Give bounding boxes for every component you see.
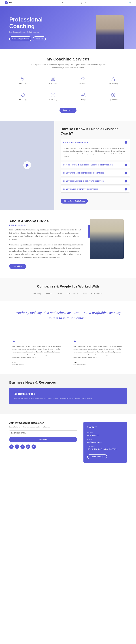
hero-title: Professional Coaching (9, 16, 96, 30)
youtube-icon[interactable]: ▶ (32, 444, 36, 449)
testimonial-cards: ❝ Lorem ipsum dolor sit amet, consectetu… (0, 336, 136, 374)
linkedin-icon[interactable]: in (20, 444, 25, 449)
service-planning: Planning (40, 74, 66, 87)
testimonial-card-0-text: Lorem ipsum dolor sit amet, consectetur … (12, 345, 62, 359)
contact-phone-value: (123) 456-7890 (87, 434, 123, 436)
play-button[interactable] (23, 161, 31, 169)
company-logo-1: ISSUU (46, 292, 52, 295)
news-no-results-heading: No Results Found (14, 392, 122, 396)
hero-section: Professional Coaching For Business Owner… (0, 6, 136, 49)
contact-email-label: Email (87, 439, 123, 440)
newsletter-section: Join My Coaching Newsletter Subscribe fo… (9, 422, 84, 463)
faq-toggle-3[interactable]: + (124, 172, 127, 174)
about-learn-more-button[interactable]: Learn More (9, 264, 26, 269)
svg-point-15 (82, 93, 83, 95)
google-plus-icon[interactable]: g+ (26, 444, 30, 449)
svg-rect-3 (54, 77, 55, 80)
know-heading: How Do I Know If I Need a Business Coach… (60, 127, 130, 136)
testimonial-card-0-title: CEO, Divi Corner (12, 363, 62, 365)
subscribe-button[interactable]: Subscribe (9, 437, 77, 442)
service-branding: Branding (9, 90, 36, 103)
know-image (0, 121, 54, 210)
service-label-visioning: Visioning (19, 82, 26, 84)
twitter-icon[interactable]: t (15, 444, 19, 449)
faq-toggle-4[interactable]: + (124, 180, 127, 182)
company-logo-2: GRËB (56, 292, 62, 295)
service-label-planning: Planning (49, 82, 56, 84)
svg-rect-1 (51, 79, 52, 80)
nav-link-home2[interactable]: Home (69, 2, 73, 4)
about-image (90, 219, 127, 269)
still-not-sure-button[interactable]: Still Not Sure? Get In Touch (60, 198, 88, 204)
service-label-hiring: Hiring (81, 98, 86, 101)
faq-header-1[interactable]: WHAT IS BUSINESS COACHING? − (61, 139, 130, 146)
service-label-operations: Operations (109, 98, 118, 101)
about-text: About Anthony Briggs BUSINESS COACH Proi… (9, 219, 84, 269)
faq-item-4: DO YOU OFFER ONGOING CONSULTING SERVICES… (60, 178, 130, 184)
logo[interactable]: d divi (5, 1, 12, 4)
service-hiring: Hiring (70, 90, 96, 103)
faq-toggle-5[interactable]: + (124, 188, 127, 190)
newsletter-description: Subscribe for news & resources about sca… (9, 426, 77, 428)
contact-phone: Phone (123) 456-7890 (87, 432, 123, 436)
service-label-networking: Networking (108, 82, 118, 84)
nav-link-uncategorized[interactable]: Uncategorized (76, 2, 86, 4)
faq-toggle-2[interactable]: + (124, 164, 127, 166)
svg-point-14 (52, 94, 53, 95)
facebook-icon[interactable]: f (9, 444, 14, 449)
service-operations: Operations (100, 90, 127, 103)
hero-buttons: Make An Appointment About Me (9, 36, 96, 41)
newsletter-heading: Join My Coaching Newsletter (9, 422, 77, 424)
faq-header-4[interactable]: DO YOU OFFER ONGOING CONSULTING SERVICES… (61, 178, 130, 184)
hero-person-face (96, 15, 124, 49)
contact-address: Address 1234 Divi St, San Francisco, CA … (87, 446, 123, 450)
services-heading: My Coaching Services (9, 57, 127, 62)
users-icon (80, 92, 86, 98)
company-logo-4: Divi (83, 292, 86, 295)
service-label-marketing: Marketing (49, 98, 57, 101)
faq-question-4: DO YOU OFFER ONGOING CONSULTING SERVICES… (63, 180, 106, 182)
search-icon (80, 76, 86, 81)
testimonial-card-1-author: Tyler (74, 362, 124, 363)
appointment-button[interactable]: Make An Appointment (9, 36, 31, 41)
service-label-research: Research (79, 82, 87, 84)
send-message-button[interactable]: Send a Message (87, 454, 107, 459)
svg-point-13 (52, 94, 54, 96)
about-button[interactable]: About Me (33, 36, 46, 41)
hero-image (96, 15, 127, 49)
about-person-image (90, 219, 124, 259)
contact-section: Contact Phone (123) 456-7890 Email mail@… (84, 422, 127, 463)
svg-point-6 (113, 77, 114, 78)
services-section: My Coaching Services Proin eget tortor r… (0, 49, 136, 121)
about-paragraph-1: Proin eget tortor risus. Cras ultricies … (9, 228, 84, 241)
nav-link-home1[interactable]: Home (55, 2, 59, 4)
about-subtitle: BUSINESS COACH (9, 224, 84, 226)
target-icon (50, 92, 56, 98)
nav-link-about[interactable]: About (62, 2, 66, 4)
svg-rect-2 (52, 78, 53, 80)
newsletter-email-input[interactable] (9, 430, 77, 435)
testimonial-card-0-quote-icon: ❝ (12, 339, 62, 345)
company-logo-3: CROSSFILL (67, 292, 78, 295)
services-learn-more-button[interactable]: Learn More (60, 108, 76, 113)
faq-header-5[interactable]: DO YOU INVEST IN STARTUP COMPANIES? + (61, 186, 130, 192)
faq-question-3: DO YOU WORK WITH ESTABLISHED COMPANIES? (63, 172, 104, 174)
svg-point-8 (114, 80, 115, 80)
search-icon[interactable]: 🔍 (129, 2, 131, 4)
company-logos: Red Wing ISSUU GRËB CROSSFILL Divi LOUDP… (9, 292, 127, 295)
faq-toggle-1[interactable]: − (124, 141, 127, 144)
svg-point-4 (82, 77, 84, 80)
faq-question-1: WHAT IS BUSINESS COACHING? (63, 141, 89, 143)
testimonial-quote: "Anthony took my idea and helped me turn… (14, 310, 122, 320)
faq-item-2: HOW DO I KNOW IF BUSINESS COACHING IS RI… (60, 162, 130, 168)
service-label-branding: Branding (19, 98, 26, 101)
service-visioning: Visioning (9, 74, 36, 87)
social-icons: f t in g+ ▶ (9, 444, 77, 449)
contact-email: Email mail@domain.com (87, 439, 123, 444)
services-grid: Visioning Planning Research (9, 74, 127, 103)
faq-header-3[interactable]: DO YOU WORK WITH ESTABLISHED COMPANIES? … (61, 170, 130, 176)
contact-address-label: Address (87, 446, 123, 448)
svg-line-10 (113, 78, 115, 80)
faq-header-2[interactable]: HOW DO I KNOW IF BUSINESS COACHING IS RI… (61, 162, 130, 168)
play-icon (26, 164, 29, 167)
